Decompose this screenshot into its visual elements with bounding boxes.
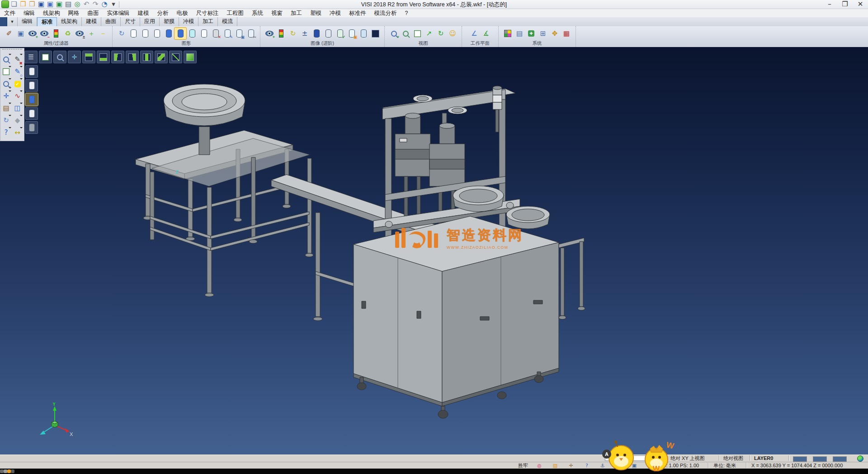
current-layer-icon[interactable] — [25, 93, 38, 106]
color-swatch[interactable] — [833, 456, 847, 462]
tab-edit[interactable]: 编辑 — [18, 17, 37, 26]
view-bottom-icon[interactable] — [97, 51, 110, 63]
show-entities-icon[interactable]: + — [27, 28, 38, 39]
layer-cylinder-icon[interactable] — [25, 79, 38, 92]
delete-entity-icon[interactable]: ✎✖ — [12, 53, 23, 66]
taskbar-app-icon[interactable] — [4, 469, 7, 473]
save-all-icon[interactable]: ▣ — [55, 0, 63, 8]
taskbar-app-icon[interactable] — [11, 469, 14, 473]
zoom-selected-icon[interactable] — [400, 28, 411, 39]
menu-item[interactable]: 文件 — [0, 9, 19, 17]
transparent-layer-icon[interactable] — [186, 28, 198, 39]
scale-indicator[interactable]: LS: 1.00 PS: 1.00 — [660, 463, 699, 469]
pan-view-icon[interactable]: ↗ — [423, 28, 435, 39]
menu-item[interactable]: ? — [401, 9, 412, 17]
new-file-icon[interactable]: ❏ — [10, 0, 18, 8]
layer-cylinder-icon[interactable] — [151, 28, 163, 39]
search-icon[interactable] — [661, 455, 665, 460]
menu-item[interactable]: 模流分析 — [370, 9, 401, 17]
regenerate-icon[interactable]: ↻ — [0, 114, 12, 127]
print-icon[interactable]: ▤ — [64, 0, 72, 8]
maximize-button[interactable]: ❐ — [837, 0, 853, 9]
copy-layer-icon[interactable]: ▣ — [233, 28, 245, 39]
tab-machining[interactable]: 加工 — [198, 17, 218, 26]
menu-item[interactable]: 冲模 — [326, 9, 345, 17]
history-icon[interactable]: ◔ — [100, 0, 108, 8]
filter-traffic-icon[interactable] — [50, 28, 62, 39]
hide-all-icon[interactable]: － — [97, 28, 109, 39]
tab-mold[interactable]: 塑膜 — [160, 17, 179, 26]
paint-layer-icon[interactable]: ✎ — [222, 28, 233, 39]
taskbar-app-icon[interactable] — [0, 469, 4, 473]
color-swatch[interactable] — [793, 456, 807, 462]
toggle-visibility-icon[interactable]: ± — [74, 28, 85, 39]
edit-circle-icon[interactable]: ✎○ — [12, 66, 23, 78]
layer-cylinder-icon[interactable] — [139, 28, 151, 39]
view-mode-indicator[interactable]: 绝对 XY 上视图 — [670, 455, 705, 461]
globe-icon[interactable] — [857, 455, 863, 462]
undo-icon[interactable]: ↶ — [82, 0, 90, 8]
menu-item[interactable]: 标准件 — [345, 9, 370, 17]
zoom-window-icon[interactable] — [0, 66, 12, 78]
save-icon[interactable]: ▣ — [37, 0, 45, 8]
validate-icon[interactable]: ✔ — [12, 78, 23, 90]
view-iso-icon[interactable] — [184, 51, 197, 63]
viewport-3d[interactable]: ☰✛ Z 智造资料网 WWW.ZHIZAOZILIAO.COM — [0, 47, 868, 455]
layers-manager-icon[interactable]: ▤ — [0, 102, 12, 114]
solid-cylinder-icon[interactable] — [311, 28, 322, 39]
axis-views-icon[interactable]: ✛ — [68, 51, 81, 63]
attribute-copy-icon[interactable]: ▣ — [15, 28, 27, 39]
tab-surface[interactable]: 曲面 — [101, 17, 121, 26]
cut-layer-icon[interactable]: ✂ — [245, 28, 257, 39]
tab-wireframe[interactable]: 线架构 — [57, 17, 82, 26]
view-right-icon[interactable] — [126, 51, 139, 63]
tab-standard[interactable]: 标准 — [37, 17, 57, 26]
redo-icon[interactable]: ↷ — [91, 0, 99, 8]
workplane-align-icon[interactable]: ∡ — [480, 28, 492, 39]
view-menu-icon[interactable]: ☰ — [24, 51, 38, 63]
quick-search-input[interactable] — [605, 455, 659, 461]
menu-item[interactable]: 建模 — [134, 9, 153, 17]
layer-cylinder-icon[interactable] — [25, 107, 38, 120]
check-cylinder-icon[interactable]: ✔ — [334, 28, 346, 39]
layer-cylinder-icon[interactable] — [127, 28, 139, 39]
shaded-view-icon[interactable] — [369, 28, 381, 39]
units-indicator[interactable]: 单位: 毫米 — [713, 463, 736, 469]
menu-item[interactable]: 尺寸标注 — [192, 9, 223, 17]
menu-item[interactable]: 加工 — [287, 9, 306, 17]
layer-cylinder-icon[interactable] — [25, 65, 38, 78]
color-table-icon[interactable] — [502, 28, 514, 39]
view-iso-wire-icon[interactable] — [169, 51, 182, 63]
help-icon[interactable]: ? — [0, 127, 12, 139]
toolbar-options-icon[interactable]: ▾ — [109, 0, 118, 8]
visi-logo-icon[interactable] — [1, 0, 9, 8]
measure-icon[interactable]: ↔ — [12, 127, 23, 139]
tab-die[interactable]: 冲模 — [179, 17, 198, 26]
import-file-icon[interactable]: ❒ — [28, 0, 36, 8]
menu-item[interactable]: 系统 — [248, 9, 267, 17]
hide-entities-icon[interactable]: − — [38, 28, 50, 39]
show-all-icon[interactable]: ＋ — [85, 28, 97, 39]
tab-modeling[interactable]: 建模 — [82, 17, 101, 26]
menu-item[interactable]: 曲面 — [84, 9, 103, 17]
open-file-icon[interactable]: ❒ — [19, 0, 27, 8]
spline-icon[interactable]: ∿ — [12, 90, 23, 102]
menu-item[interactable]: 工程图 — [223, 9, 248, 17]
active-layer-indicator[interactable]: LAYER0 — [754, 455, 773, 461]
advanced-filter-icon[interactable] — [275, 28, 287, 39]
zoom-extents-icon[interactable] — [39, 51, 52, 63]
lock-toggle[interactable]: 拴牢 — [518, 463, 528, 469]
grid-settings-icon[interactable]: ▦ — [561, 28, 572, 39]
menu-item[interactable]: 电极 — [173, 9, 192, 17]
menu-item[interactable]: 编辑 — [19, 9, 39, 17]
refresh-visibility-icon[interactable]: ♻ — [62, 28, 74, 39]
view-front-icon[interactable] — [140, 51, 153, 63]
current-layer-icon[interactable] — [175, 28, 186, 39]
menu-item[interactable]: 网格 — [64, 9, 84, 17]
advanced-toggle-icon[interactable]: ± — [299, 28, 311, 39]
empty-layer-icon[interactable] — [198, 28, 210, 39]
dock-handle[interactable] — [2, 49, 22, 53]
minimize-button[interactable]: – — [822, 0, 837, 9]
view-top-icon[interactable] — [82, 51, 95, 63]
advanced-show-icon[interactable]: + — [264, 28, 275, 39]
